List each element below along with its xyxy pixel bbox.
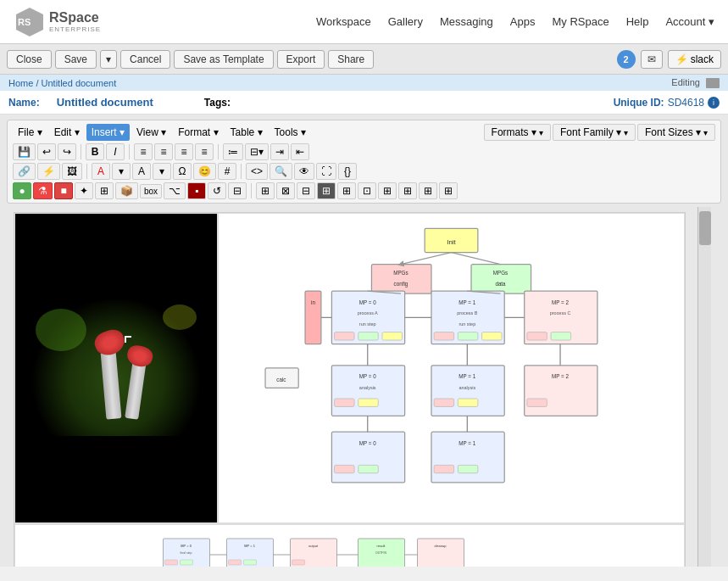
table-insert-btn[interactable]: #	[218, 163, 236, 180]
svg-text:process B: process B	[457, 310, 478, 316]
scrollbar[interactable]	[697, 207, 711, 567]
close-button[interactable]: Close	[7, 50, 52, 69]
plugin3-btn[interactable]: ■	[54, 182, 73, 199]
tools-menu[interactable]: Tools ▾	[270, 124, 311, 141]
flow-diagram-svg: Init MPGs config MPGs data in MP = 0 pro…	[225, 221, 677, 516]
align-left-btn[interactable]: ≡	[134, 143, 153, 160]
svg-text:process C: process C	[550, 310, 571, 316]
unordered-list-btn[interactable]: ≔	[223, 143, 243, 160]
document-toolbar: Close Save ▾ Cancel Save as Template Exp…	[0, 44, 728, 75]
insert-menu[interactable]: Insert ▾	[86, 124, 130, 141]
grid4-btn[interactable]: ⊞	[317, 182, 336, 199]
nav-help[interactable]: Help	[626, 15, 649, 28]
search-replace-btn[interactable]: 🔍	[270, 163, 292, 180]
export-button[interactable]: Export	[277, 50, 325, 69]
box-btn[interactable]: box	[140, 184, 162, 198]
grid6-btn[interactable]: ⊡	[358, 182, 376, 199]
outdent-btn[interactable]: ⇤	[291, 143, 309, 160]
github-btn[interactable]: ⌥	[164, 182, 186, 199]
nav-account[interactable]: Account ▾	[665, 15, 714, 28]
link-btn[interactable]: 🔗	[13, 163, 36, 180]
svg-rect-53	[434, 465, 454, 472]
fullscreen-btn[interactable]: ⛶	[316, 163, 336, 180]
plugin8-btn[interactable]: ▪	[187, 182, 206, 199]
code-view-btn[interactable]: {}	[338, 163, 357, 180]
share-button[interactable]: Share	[328, 50, 374, 69]
code-btn[interactable]: <>	[246, 163, 268, 180]
font-color-btn[interactable]: A	[92, 163, 110, 180]
highlight-btn[interactable]: A	[132, 163, 151, 180]
align-right-btn[interactable]: ≡	[175, 143, 193, 160]
emoji-btn[interactable]: 😊	[193, 163, 216, 180]
view-menu[interactable]: View ▾	[131, 124, 171, 141]
chem-btn[interactable]: ⚗	[33, 182, 53, 199]
bold-btn[interactable]: B	[86, 143, 104, 160]
svg-rect-37	[335, 399, 355, 406]
unlink-btn[interactable]: ⚡	[37, 163, 60, 180]
nav-messaging[interactable]: Messaging	[440, 15, 493, 28]
font-sizes-dropdown[interactable]: Font Sizes ▾	[637, 124, 715, 141]
nav-gallery[interactable]: Gallery	[388, 15, 423, 28]
nav-workspace[interactable]: Workspace	[316, 15, 371, 28]
plugin9-btn[interactable]: ↺	[208, 182, 226, 199]
svg-text:MPGs: MPGs	[393, 270, 408, 276]
edit-menu[interactable]: Edit ▾	[49, 124, 85, 141]
redo-btn[interactable]: ↪	[58, 143, 76, 160]
grid5-btn[interactable]: ⊞	[337, 182, 356, 199]
plugin10-btn[interactable]: ⊟	[228, 182, 247, 199]
table-menu[interactable]: Table ▾	[225, 124, 268, 141]
notification-badge[interactable]: 2	[617, 50, 636, 69]
indent-btn[interactable]: ⇥	[270, 143, 289, 160]
logo-icon: RS	[14, 6, 46, 38]
plugin5-btn[interactable]: ⊞	[95, 182, 114, 199]
file-menu[interactable]: File ▾	[13, 124, 47, 141]
svg-rect-25	[458, 332, 478, 340]
ordered-list-dropdown-btn[interactable]: ⊟▾	[245, 143, 269, 160]
font-family-dropdown[interactable]: Font Family ▾	[553, 124, 636, 141]
save-icon-btn[interactable]: 💾	[13, 143, 36, 160]
plugin4-btn[interactable]: ✦	[75, 182, 93, 199]
grid9-btn[interactable]: ⊞	[419, 182, 437, 199]
cursor-indicator	[125, 336, 131, 343]
svg-rect-31	[551, 332, 571, 340]
scrollbar-thumb[interactable]	[699, 211, 711, 245]
breadcrumb-doc[interactable]: Untitled document	[42, 78, 117, 88]
grid3-btn[interactable]: ⊟	[297, 182, 315, 199]
save-dropdown-button[interactable]: ▾	[100, 50, 117, 69]
image-btn[interactable]: 🖼	[62, 163, 82, 180]
save-button[interactable]: Save	[55, 50, 97, 69]
grid1-btn[interactable]: ⊞	[256, 182, 275, 199]
italic-btn[interactable]: I	[106, 143, 125, 160]
cancel-button[interactable]: Cancel	[120, 50, 170, 69]
align-center-btn[interactable]: ≡	[154, 143, 173, 160]
special-char-btn[interactable]: Ω	[173, 163, 192, 180]
snippet-btn[interactable]: ●	[13, 182, 31, 199]
svg-rect-19	[382, 332, 403, 340]
justify-btn[interactable]: ≡	[195, 143, 214, 160]
formats-dropdown[interactable]: Formats ▾	[484, 124, 551, 141]
slack-button[interactable]: ⚡ slack	[668, 50, 721, 69]
undo-btn[interactable]: ↩	[37, 143, 56, 160]
nav-my-rspace[interactable]: My RSpace	[552, 15, 609, 28]
grid10-btn[interactable]: ⊞	[439, 182, 458, 199]
highlight-dropdown[interactable]: ▾	[153, 163, 171, 180]
nav-apps[interactable]: Apps	[510, 15, 536, 28]
save-as-template-button[interactable]: Save as Template	[174, 50, 273, 69]
grid7-btn[interactable]: ⊞	[378, 182, 397, 199]
grid2-btn[interactable]: ⊠	[276, 182, 295, 199]
font-color-dropdown[interactable]: ▾	[112, 163, 131, 180]
main-nav: Workspace Gallery Messaging Apps My RSpa…	[316, 15, 714, 28]
document-canvas: Init MPGs config MPGs data in MP = 0 pro…	[14, 212, 686, 567]
breadcrumb-home[interactable]: Home	[8, 78, 33, 88]
preview-btn[interactable]: 👁	[294, 163, 314, 180]
grid8-btn[interactable]: ⊞	[398, 182, 417, 199]
stem-1	[101, 350, 122, 419]
tags-label: Tags:	[204, 97, 231, 109]
svg-text:MP = 1: MP = 1	[244, 544, 255, 548]
svg-text:MP = 0: MP = 0	[181, 544, 192, 548]
messages-button[interactable]: ✉	[641, 50, 663, 69]
document-name[interactable]: Untitled document	[57, 96, 153, 109]
format-menu[interactable]: Format ▾	[173, 124, 223, 141]
uid-info-icon[interactable]: i	[708, 97, 720, 109]
dropbox-btn[interactable]: 📦	[115, 182, 138, 199]
